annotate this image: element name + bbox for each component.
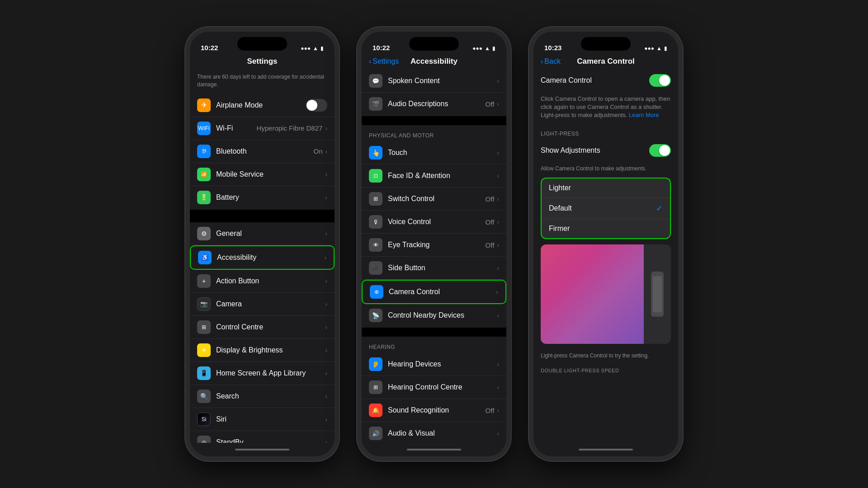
settings-list[interactable]: There are 60 days left to add coverage f…	[190, 70, 335, 443]
default-checkmark: ✓	[656, 203, 663, 213]
standby-item[interactable]: ◎ StandBy ›	[190, 431, 335, 443]
audio-desc-item[interactable]: 🎬 Audio Descriptions Off ›	[362, 93, 506, 115]
control-centre-item[interactable]: ⊞ Control Centre ›	[190, 316, 335, 339]
face-id-chevron: ›	[497, 172, 499, 179]
spoken-content-item[interactable]: 💬 Spoken Content ›	[362, 70, 506, 93]
airplane-label: Airplane Mode	[216, 101, 306, 109]
nav-bar-2: ‹ Settings Accessibility	[362, 54, 506, 70]
press-options-container: Lighter Default ✓ Firmer	[541, 178, 671, 239]
touch-item[interactable]: 👆 Touch ›	[362, 141, 506, 164]
bluetooth-chevron: ›	[325, 148, 327, 155]
bluetooth-item[interactable]: 𝔅 Bluetooth On ›	[190, 140, 335, 163]
home-screen-chevron: ›	[325, 370, 327, 377]
airplane-content: Airplane Mode	[216, 101, 306, 109]
sound-recognition-chevron: ›	[497, 407, 499, 414]
display-brightness-item[interactable]: ☀ Display & Brightness ›	[190, 339, 335, 362]
camera-illustration-left	[541, 244, 644, 344]
side-button-icon: ⬛	[369, 261, 382, 275]
spoken-content-content: Spoken Content	[388, 77, 497, 85]
audio-desc-chevron: ›	[497, 100, 499, 108]
status-icons-3: ●●● ▲ ▮	[644, 45, 667, 52]
airplane-mode-item[interactable]: ✈ Airplane Mode	[190, 94, 335, 117]
home-screen-label: Home Screen & App Library	[216, 369, 325, 377]
switch-control-icon: ⊞	[369, 192, 382, 206]
show-adjustments-item[interactable]: Show Adjustments	[533, 140, 678, 161]
phone-1: 10:22 ●●● ▲ ▮ Settings There are 60 days…	[185, 27, 339, 461]
gear-icon: ⚙	[197, 227, 211, 240]
voice-control-item[interactable]: 🎙 Voice Control Off ›	[362, 211, 506, 234]
face-id-icon: ⊡	[369, 169, 382, 183]
status-icons-2: ●●● ▲ ▮	[472, 45, 495, 52]
camera-content: Camera	[216, 300, 325, 308]
camera-control-description: Click Camera Control to open a camera ap…	[533, 92, 678, 125]
bluetooth-value: On	[313, 147, 322, 155]
camera-control-acc-content: Camera Control	[389, 288, 496, 296]
display-chevron: ›	[325, 347, 327, 354]
phone-2: 10:22 ●●● ▲ ▮ ‹ Settings Accessibility 💬…	[357, 27, 511, 461]
spoken-content-chevron: ›	[497, 77, 499, 84]
general-group: ⚙ General › ♿ Accessibility › + A	[190, 222, 335, 443]
status-time-1: 10:22	[201, 44, 218, 52]
siri-item[interactable]: Si Siri ›	[190, 408, 335, 431]
bluetooth-label: Bluetooth	[216, 147, 313, 155]
battery-icon-2: ▮	[492, 45, 495, 52]
camera-control-list[interactable]: Camera Control Click Camera Control to o…	[533, 70, 678, 443]
battery-chevron: ›	[325, 194, 327, 201]
firmer-option[interactable]: Firmer	[542, 219, 670, 238]
camera-button-inner	[653, 276, 662, 312]
lighter-option[interactable]: Lighter	[542, 178, 670, 198]
phone-3: 10:23 ●●● ▲ ▮ ‹ Back Camera Control Came…	[529, 27, 683, 461]
spoken-content-label: Spoken Content	[388, 77, 497, 85]
display-content: Display & Brightness	[216, 346, 325, 354]
camera-control-main-item[interactable]: Camera Control	[533, 70, 678, 91]
switch-control-item[interactable]: ⊞ Switch Control Off ›	[362, 188, 506, 211]
action-chevron: ›	[325, 277, 327, 285]
accessibility-list[interactable]: 💬 Spoken Content › 🎬 Audio Descriptions …	[362, 70, 506, 443]
learn-more-link[interactable]: Learn More	[629, 112, 659, 118]
camera-control-main-content: Camera Control	[541, 76, 649, 84]
general-item[interactable]: ⚙ General ›	[190, 222, 335, 245]
face-id-item[interactable]: ⊡ Face ID & Attention ›	[362, 164, 506, 188]
audio-visual-item[interactable]: 🔊 Audio & Visual ›	[362, 422, 506, 443]
camera-control-acc-item[interactable]: ⊕ Camera Control ›	[362, 280, 506, 304]
dynamic-island-1	[237, 37, 287, 51]
camera-control-toggle[interactable]	[649, 74, 671, 87]
status-icons-1: ●●● ▲ ▮	[301, 45, 324, 52]
airplane-toggle[interactable]	[306, 99, 327, 112]
standby-chevron: ›	[325, 439, 327, 443]
default-option[interactable]: Default ✓	[542, 198, 670, 219]
back-button-2[interactable]: ‹ Settings	[369, 57, 399, 66]
hearing-devices-item[interactable]: 👂 Hearing Devices ›	[362, 353, 506, 376]
search-icon: 🔍	[197, 389, 211, 403]
section-divider-1	[190, 210, 335, 222]
hearing-control-centre-item[interactable]: ⊞ Hearing Control Centre ›	[362, 376, 506, 399]
action-button-item[interactable]: + Action Button ›	[190, 270, 335, 293]
back-button-3[interactable]: ‹ Back	[541, 57, 561, 66]
eye-tracking-item[interactable]: 👁 Eye Tracking Off ›	[362, 234, 506, 257]
home-screen-item[interactable]: 📱 Home Screen & App Library ›	[190, 362, 335, 385]
eye-tracking-chevron: ›	[497, 241, 499, 249]
battery-item[interactable]: 🔋 Battery ›	[190, 186, 335, 209]
control-nearby-item[interactable]: 📡 Control Nearby Devices ›	[362, 304, 506, 327]
home-indicator-3	[579, 449, 633, 450]
search-item[interactable]: 🔍 Search ›	[190, 385, 335, 408]
wifi-item[interactable]: WiFi Wi-Fi Hyperopic Fibre D827 ›	[190, 117, 335, 140]
sound-recognition-item[interactable]: 🔔 Sound Recognition Off ›	[362, 399, 506, 422]
double-light-press-label: DOUBLE LIGHT-PRESS SPEED	[533, 362, 678, 376]
accessibility-item[interactable]: ♿ Accessibility ›	[190, 245, 335, 270]
show-adjustments-toggle[interactable]	[649, 144, 671, 157]
wifi-content: Wi-Fi	[216, 124, 256, 132]
control-centre-label: Control Centre	[216, 323, 325, 331]
sound-recognition-icon: 🔔	[369, 404, 382, 417]
control-nearby-chevron: ›	[497, 312, 499, 319]
back-chevron-3: ‹	[541, 57, 543, 66]
action-button-icon: +	[197, 274, 211, 288]
bottom-hint-text: Light-press Camera Control to try the se…	[533, 349, 678, 362]
search-content: Search	[216, 392, 325, 400]
hearing-cc-label: Hearing Control Centre	[388, 383, 497, 391]
mobile-service-item[interactable]: 📶 Mobile Service ›	[190, 163, 335, 186]
toggle-knob	[307, 100, 317, 111]
camera-item[interactable]: 📷 Camera ›	[190, 293, 335, 316]
general-content: General	[216, 230, 325, 238]
side-button-item[interactable]: ⬛ Side Button ›	[362, 257, 506, 280]
